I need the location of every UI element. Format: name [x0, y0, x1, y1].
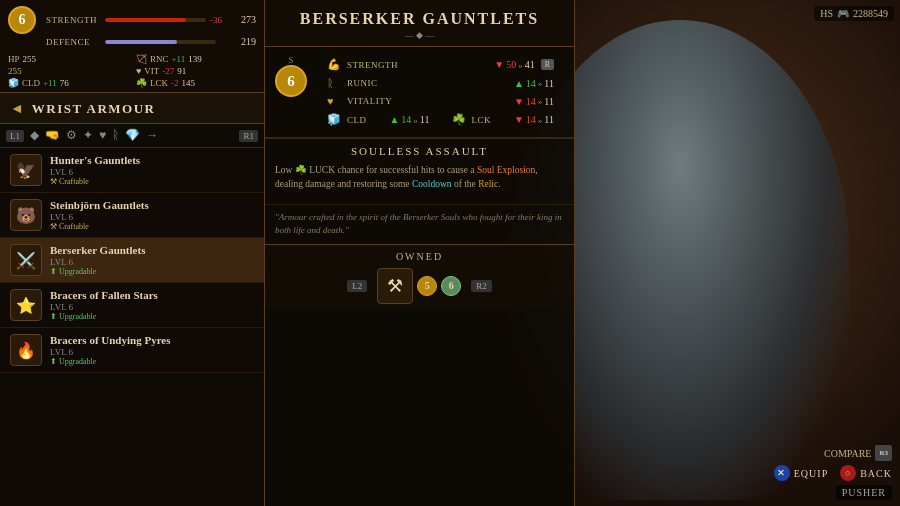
- undying-pyres-icon: 🔥: [10, 334, 42, 366]
- hp2-label: 255: [8, 66, 128, 76]
- r1-button[interactable]: R1: [239, 130, 258, 142]
- item-entry-berserker[interactable]: ⚔️ Berserker Gauntlets LVL 6 ⬆ Upgradabl…: [0, 238, 264, 283]
- runic-arrow: ▲: [514, 78, 524, 89]
- runic-separator: »: [538, 78, 543, 88]
- item-level-badge: S 6: [275, 55, 307, 97]
- lck-delta: -2: [171, 78, 179, 88]
- detail-panel: BERSERKER GAUNTLETS — ◆ — S 6 💪 STRENGTH…: [265, 0, 575, 506]
- tab-icon-symbol2[interactable]: ✦: [83, 128, 93, 143]
- lck-icon: ☘️: [452, 113, 466, 126]
- item-level-row: S 6 💪 STRENGTH ▼ 50 » 41 R: [265, 47, 574, 138]
- lck-stat: ☘️ LCK -2 145: [136, 78, 256, 88]
- stat-row-runic: ᚱ RUNIC ▲ 14 » 11: [317, 74, 564, 92]
- item-stats-list: 💪 STRENGTH ▼ 50 » 41 R ᚱ RUNIC ▲: [317, 55, 564, 129]
- item-level-s-label: S: [288, 55, 293, 65]
- undying-pyres-info: Bracers of Undying Pyres LVL 6 ⬆ Upgrada…: [50, 334, 254, 366]
- equip-button-icon[interactable]: ✕: [774, 465, 790, 481]
- back-action[interactable]: ○ BACK: [840, 465, 892, 481]
- rnc-delta: +11: [172, 54, 186, 64]
- vit-delta: -27: [162, 66, 174, 76]
- lck-old: 14: [526, 114, 536, 125]
- item-entry-steinbjorn[interactable]: 🐻 Steinbjörn Gauntlets LVL 6 ⚒ Craftable: [0, 193, 264, 238]
- l2-button[interactable]: L2: [347, 280, 367, 292]
- owned-item-icon: ⚒: [377, 268, 413, 304]
- tab-icon-rune[interactable]: ᚱ: [112, 128, 119, 143]
- controller-icon: 🎮: [837, 8, 849, 19]
- tab-icon-symbol1[interactable]: ⚙: [66, 128, 77, 143]
- cld-new: 11: [420, 114, 430, 125]
- undying-pyres-status: ⬆ Upgradable: [50, 357, 254, 366]
- strength-old: 50: [506, 59, 516, 70]
- category-tabs: L1 ◆ 🤜 ⚙ ✦ ♥ ᚱ 💎 → R1: [0, 124, 264, 148]
- item-entry-fallen-stars[interactable]: ⭐ Bracers of Fallen Stars LVL 6 ⬆ Upgrad…: [0, 283, 264, 328]
- player-level-badge: 6: [8, 6, 36, 34]
- owned-count: 5: [417, 276, 437, 296]
- cld-sep: »: [413, 115, 418, 125]
- hs-badge: HS 🎮 2288549: [814, 6, 894, 21]
- owned-item: ⚒ 5 6: [377, 268, 461, 304]
- luck-text: LUCK: [309, 165, 335, 175]
- cld-change: ▲ 14 » 11: [389, 114, 429, 125]
- pusher-badge: PUSHER: [836, 485, 892, 500]
- compare-label-text: COMPARE: [824, 448, 871, 459]
- character-panel: HS 🎮 2288549 COMPARE R3 ✕ EQUIP ○ BACK P…: [575, 0, 900, 506]
- compare-button[interactable]: R3: [875, 445, 892, 461]
- tab-icon-diamond[interactable]: ◆: [30, 128, 39, 143]
- runic-change: ▲ 14 » 11: [514, 78, 554, 89]
- compare-action[interactable]: COMPARE R3: [824, 445, 892, 461]
- runic-old: 14: [526, 78, 536, 89]
- item-header: BERSERKER GAUNTLETS — ◆ —: [265, 0, 574, 47]
- fallen-stars-level: LVL 6: [50, 302, 254, 312]
- luck-icon-inline: ☘️: [295, 165, 307, 175]
- back-label: BACK: [860, 468, 892, 479]
- action-buttons: ✕ EQUIP ○ BACK: [774, 465, 892, 481]
- item-level-num: 6: [275, 65, 307, 97]
- strength-change: ▼ 50 » 41: [494, 59, 534, 70]
- relic-text: Relic: [478, 179, 498, 189]
- ui-overlay: 6 STRENGTH -36 273 DEFENCE 219 HP: [0, 0, 900, 506]
- berserker-level: LVL 6: [50, 257, 254, 267]
- item-entry-undying-pyres[interactable]: 🔥 Bracers of Undying Pyres LVL 6 ⬆ Upgra…: [0, 328, 264, 373]
- fallen-stars-info: Bracers of Fallen Stars LVL 6 ⬆ Upgradab…: [50, 289, 254, 321]
- hs-label: HS: [820, 8, 833, 19]
- fallen-stars-name: Bracers of Fallen Stars: [50, 289, 254, 301]
- berserker-name: Berserker Gauntlets: [50, 244, 254, 256]
- stats-header: 6 STRENGTH -36 273 DEFENCE 219 HP: [0, 0, 264, 93]
- cld-arrow: ▲: [389, 114, 399, 125]
- strength-bar-fill: [105, 18, 186, 22]
- cooldown-text: Cooldown: [412, 179, 452, 189]
- tab-icon-heart[interactable]: ♥: [99, 128, 106, 143]
- r2-button[interactable]: R2: [471, 280, 492, 292]
- lck-sep: »: [538, 115, 543, 125]
- lck-new: 11: [544, 114, 554, 125]
- rnc-stat: 🏹 RNC +11 139: [136, 54, 256, 64]
- left-panel: 6 STRENGTH -36 273 DEFENCE 219 HP: [0, 0, 265, 506]
- runic-new: 11: [544, 78, 554, 89]
- tab-icon-gauntlet[interactable]: 🤜: [45, 128, 60, 143]
- item-entry-hunters[interactable]: 🦅 Hunter's Gauntlets LVL 6 ⚒ Craftable: [0, 148, 264, 193]
- berserker-info: Berserker Gauntlets LVL 6 ⬆ Upgradable: [50, 244, 254, 276]
- steinbjorn-name: Steinbjörn Gauntlets: [50, 199, 254, 211]
- lck-arrow: ▼: [514, 114, 524, 125]
- cld-old: 14: [401, 114, 411, 125]
- r-badge: R: [541, 59, 554, 70]
- back-button-icon[interactable]: ○: [840, 465, 856, 481]
- hunters-status: ⚒ Craftable: [50, 177, 254, 186]
- vitality-separator: »: [538, 96, 543, 106]
- owned-row: L2 ⚒ 5 6 R2: [275, 268, 564, 304]
- equip-action[interactable]: ✕ EQUIP: [774, 465, 828, 481]
- owned-section: OWNED L2 ⚒ 5 6 R2: [265, 244, 574, 310]
- item-title: BERSERKER GAUNTLETS: [273, 10, 566, 28]
- tab-icon-arrow[interactable]: →: [146, 128, 158, 143]
- runic-icon: ᚱ: [327, 77, 341, 89]
- stat-row-strength: 💪 STRENGTH ▼ 50 » 41 R: [317, 55, 564, 74]
- ability-title: SOULLESS ASSAULT: [275, 145, 564, 157]
- steinbjorn-info: Steinbjörn Gauntlets LVL 6 ⚒ Craftable: [50, 199, 254, 231]
- l1-button[interactable]: L1: [6, 130, 24, 142]
- undying-pyres-level: LVL 6: [50, 347, 254, 357]
- cld-value: 76: [60, 78, 69, 88]
- equip-label: EQUIP: [794, 468, 828, 479]
- hunters-info: Hunter's Gauntlets LVL 6 ⚒ Craftable: [50, 154, 254, 186]
- tab-icon-gem[interactable]: 💎: [125, 128, 140, 143]
- vitality-arrow: ▼: [514, 96, 524, 107]
